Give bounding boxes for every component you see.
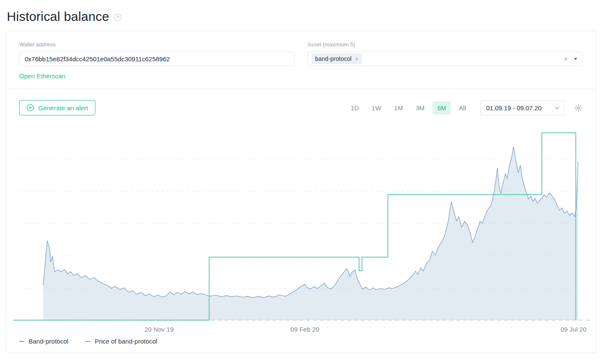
asset-field-group: Asset (maximum 5) band-protocol × × [308, 41, 583, 80]
chart-legend: Band-protocol Price of band-protocol [6, 336, 596, 353]
asset-chip-label: band-protocol [315, 55, 352, 62]
asset-chip: band-protocol × [311, 53, 362, 64]
wallet-address-field-group: Wallet address Open Etherscan [19, 41, 295, 80]
clear-selection-icon[interactable]: × [564, 55, 568, 63]
chart-settings-button[interactable] [574, 103, 583, 112]
filters-section: Wallet address Open Etherscan Asset (max… [6, 31, 596, 89]
wallet-address-label: Wallet address [19, 41, 295, 48]
chart-toolbar: Generate an alert 1D 1W 1M 3M 6M All 01.… [6, 89, 596, 115]
historical-balance-card: Wallet address Open Etherscan Asset (max… [6, 31, 596, 353]
range-1m[interactable]: 1M [389, 101, 408, 115]
open-etherscan-link[interactable]: Open Etherscan [19, 72, 65, 80]
legend-item-price[interactable]: Price of band-protocol [85, 338, 157, 345]
generate-alert-label: Generate an alert [38, 104, 88, 112]
range-1d[interactable]: 1D [346, 101, 363, 115]
range-3m[interactable]: 3M [411, 101, 429, 115]
chart-area[interactable]: 20 Nov 1909 Feb 2009 Jul 20 [13, 126, 589, 336]
multiselect-controls: × [564, 55, 577, 63]
time-range-selector: 1D 1W 1M 3M 6M All [346, 101, 471, 115]
historical-balance-chart[interactable]: 20 Nov 1909 Feb 2009 Jul 20 [13, 126, 590, 336]
date-range-select[interactable]: 01.09.19 - 09.07.20 [480, 100, 565, 115]
asset-multiselect[interactable]: band-protocol × × [308, 52, 583, 66]
price-series-dash-icon [85, 341, 90, 342]
svg-text:09 Feb 20: 09 Feb 20 [291, 326, 320, 333]
asset-chip-remove-icon[interactable]: × [355, 56, 358, 62]
range-6m[interactable]: 6M [432, 101, 451, 115]
svg-text:20 Nov 19: 20 Nov 19 [144, 326, 173, 333]
page-title: Historical balance [7, 9, 109, 24]
dropdown-caret-icon[interactable] [574, 58, 577, 60]
legend-balance-label: Band-protocol [29, 338, 68, 345]
gear-icon [574, 103, 583, 112]
generate-alert-button[interactable]: Generate an alert [19, 100, 95, 115]
help-icon[interactable]: ? [114, 14, 121, 21]
date-range-value: 01.09.19 - 09.07.20 [486, 104, 542, 112]
wallet-address-input[interactable] [19, 52, 295, 66]
legend-item-balance[interactable]: Band-protocol [19, 338, 68, 345]
asset-label: Asset (maximum 5) [308, 41, 583, 48]
range-1w[interactable]: 1W [367, 101, 386, 115]
page-header: Historical balance ? [0, 0, 602, 31]
range-all[interactable]: All [454, 101, 471, 115]
chevron-down-icon [555, 105, 559, 109]
svg-text:09 Jul 20: 09 Jul 20 [561, 326, 587, 333]
legend-price-label: Price of band-protocol [95, 338, 157, 345]
plus-circle-icon [26, 104, 34, 112]
balance-series-dash-icon [19, 341, 24, 342]
